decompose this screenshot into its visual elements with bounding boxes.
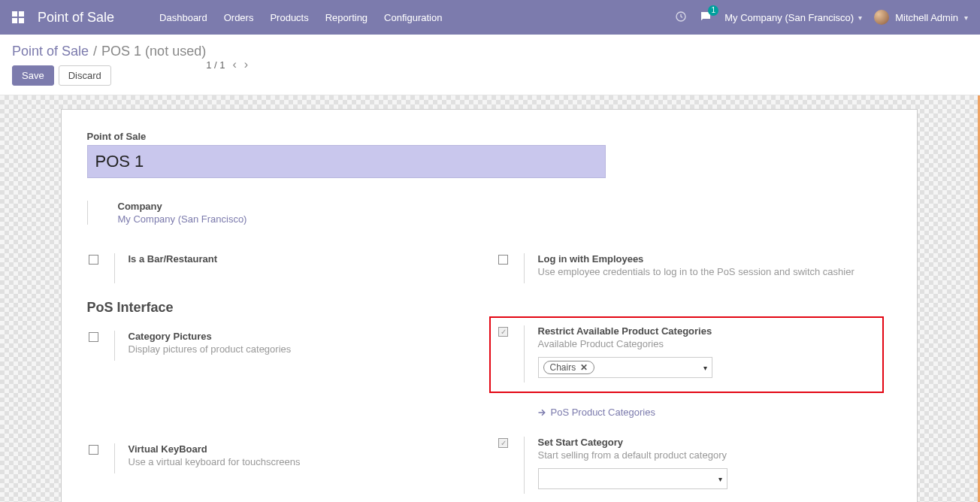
dropdown-arrow-icon[interactable]: ▾ (703, 364, 707, 372)
company-label: Company (118, 201, 891, 212)
vkb-title: Virtual KeyBoard (129, 443, 482, 455)
clock-icon[interactable] (675, 11, 687, 25)
setting-start-category: ✓ Set Start Category Start selling from … (497, 431, 891, 500)
section-interface: PoS Interface (87, 300, 482, 316)
catpics-desc: Display pictures of product categories (129, 343, 482, 355)
tag-label: Chairs (550, 362, 576, 373)
discard-button[interactable]: Discard (59, 65, 111, 86)
app-title[interactable]: Point of Sale (38, 10, 114, 26)
avatar (874, 10, 889, 25)
discuss-icon[interactable]: 1 (699, 10, 712, 26)
form-canvas: Point of Sale Company My Company (San Fr… (0, 95, 980, 502)
save-button[interactable]: Save (12, 65, 54, 86)
pos-name-input[interactable] (87, 145, 606, 178)
setting-bar-restaurant: Is a Bar/Restaurant (87, 247, 482, 289)
tag-chairs: Chairs ✕ (543, 361, 595, 374)
pager: 1 / 1 ‹ › (206, 58, 248, 71)
svg-rect-1 (19, 11, 24, 17)
user-menu[interactable]: Mitchell Admin ▾ (874, 10, 968, 25)
catpics-title: Category Pictures (129, 331, 482, 342)
login-emp-desc: Use employee credentials to log in to th… (538, 266, 891, 277)
checkbox-start-cat[interactable]: ✓ (498, 438, 508, 448)
pos-product-categories-link[interactable]: PoS Product Categories (537, 407, 655, 418)
available-categories-input[interactable]: Chairs ✕ ▾ (538, 357, 712, 378)
breadcrumb-sep: / (93, 44, 97, 59)
user-name: Mitchell Admin (895, 12, 958, 23)
start-cat-title: Set Start Category (538, 437, 891, 448)
topbar-right: 1 My Company (San Francisco) ▾ Mitchell … (675, 10, 968, 26)
checkbox-login-emp[interactable] (498, 255, 508, 265)
chat-badge: 1 (708, 5, 718, 16)
company-switcher[interactable]: My Company (San Francisco) ▾ (724, 12, 862, 23)
start-category-input[interactable]: ▾ (538, 468, 727, 489)
caret-down-icon: ▾ (858, 14, 862, 22)
setting-login-employees: Log in with Employees Use employee crede… (497, 247, 891, 289)
pos-name-label: Point of Sale (87, 131, 891, 142)
setting-category-pictures: Category Pictures Display pictures of pr… (87, 325, 482, 367)
pager-text: 1 / 1 (206, 59, 225, 71)
nav-products[interactable]: Products (270, 12, 308, 23)
highlight-restrict: ✓ Restrict Available Product Categories … (489, 316, 884, 393)
svg-rect-3 (19, 18, 24, 23)
nav-dashboard[interactable]: Dashboard (159, 12, 207, 23)
form-sheet: Point of Sale Company My Company (San Fr… (61, 109, 918, 502)
vkb-desc: Use a virtual keyboard for touchscreens (129, 456, 482, 467)
restrict-desc: Available Product Categories (538, 338, 876, 349)
svg-rect-0 (12, 11, 17, 17)
breadcrumb-current: POS 1 (not used) (101, 44, 206, 59)
nav-menu: Dashboard Orders Products Reporting Conf… (159, 12, 675, 23)
checkbox-catpics[interactable] (89, 332, 98, 342)
checkbox-restrict[interactable]: ✓ (498, 327, 508, 337)
setting-virtual-keyboard: Virtual KeyBoard Use a virtual keyboard … (87, 437, 482, 479)
login-emp-title: Log in with Employees (538, 253, 891, 265)
restrict-title: Restrict Available Product Categories (538, 325, 876, 337)
start-cat-desc: Start selling from a default product cat… (538, 449, 891, 461)
checkbox-bar[interactable] (89, 255, 98, 265)
caret-down-icon: ▾ (964, 14, 968, 22)
control-panel: Point of Sale / POS 1 (not used) Save Di… (0, 35, 980, 95)
company-name: My Company (San Francisco) (724, 12, 854, 23)
arrow-right-icon (537, 408, 546, 417)
cat-link-label: PoS Product Categories (551, 407, 655, 418)
nav-orders[interactable]: Orders (224, 12, 254, 23)
apps-icon[interactable] (12, 11, 24, 23)
checkbox-vkb[interactable] (89, 445, 98, 455)
pager-prev-icon[interactable]: ‹ (232, 58, 236, 71)
setting-restrict-categories: ✓ Restrict Available Product Categories … (497, 325, 876, 383)
nav-configuration[interactable]: Configuration (384, 12, 442, 23)
pager-next-icon[interactable]: › (244, 58, 248, 71)
top-navbar: Point of Sale Dashboard Orders Products … (0, 0, 980, 35)
svg-rect-2 (12, 18, 17, 23)
company-link[interactable]: My Company (San Francisco) (118, 213, 247, 225)
tag-remove-icon[interactable]: ✕ (580, 362, 588, 373)
company-block: Company My Company (San Francisco) (87, 201, 891, 225)
bar-title: Is a Bar/Restaurant (129, 253, 482, 265)
dropdown-arrow-icon[interactable]: ▾ (718, 475, 722, 483)
nav-reporting[interactable]: Reporting (325, 12, 368, 23)
breadcrumb: Point of Sale / POS 1 (not used) (12, 44, 206, 59)
breadcrumb-root[interactable]: Point of Sale (12, 44, 89, 59)
